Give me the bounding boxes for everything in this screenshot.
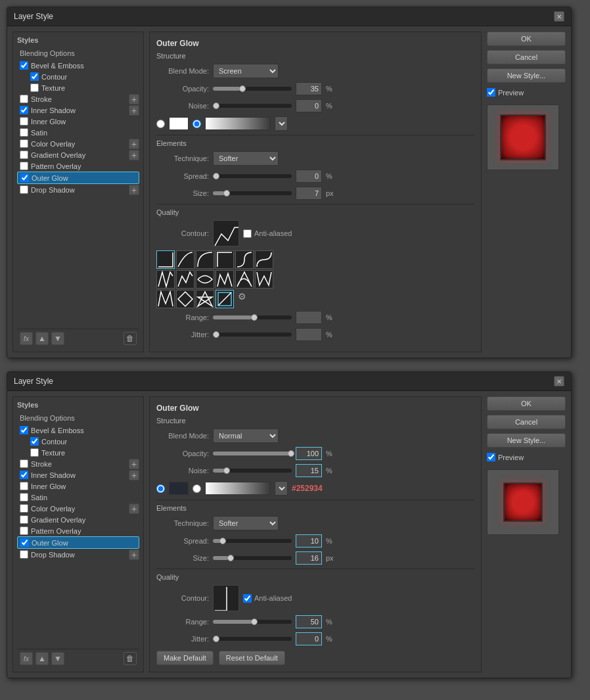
style-texture-1[interactable]: Texture [28,82,139,93]
jitter-slider-2[interactable] [213,637,292,641]
jitter-input-1[interactable] [296,328,322,341]
style-checkbox-gradient-overlay-1[interactable] [20,151,28,159]
new-style-button-1[interactable]: New Style... [487,68,566,83]
spread-input-1[interactable] [296,170,322,183]
style-pattern-overlay-1[interactable]: Pattern Overlay [17,160,139,172]
style-checkbox-satin-2[interactable] [20,493,28,502]
trash-button-1[interactable]: 🗑 [124,332,137,345]
plus-color-overlay-1[interactable]: + [129,139,139,149]
contour-thumb-6[interactable] [255,250,273,269]
make-default-button-2[interactable]: Make Default [156,651,214,665]
style-drop-shadow-2[interactable]: Drop Shadow + [17,549,139,560]
opacity-slider-1[interactable] [213,87,292,91]
style-color-overlay-2[interactable]: Color Overlay + [17,503,139,514]
plus-inner-shadow-2[interactable]: + [129,470,139,480]
style-checkbox-texture-2[interactable] [30,448,39,457]
style-pattern-overlay-2[interactable]: Pattern Overlay [17,525,139,536]
style-stroke-2[interactable]: Stroke + [17,458,139,469]
color-radio-gradient-1[interactable] [193,120,201,128]
plus-color-overlay-2[interactable]: + [129,503,139,514]
color-radio-solid-1[interactable] [156,120,165,128]
anti-alias-checkbox-1[interactable] [243,229,252,238]
close-button-2[interactable]: ✕ [554,376,564,386]
noise-input-1[interactable] [296,99,322,112]
noise-slider-1[interactable] [213,104,292,108]
color-radio-solid-2[interactable] [156,484,165,493]
style-color-overlay-1[interactable]: Color Overlay + [17,138,139,149]
blend-mode-select-2[interactable]: Normal Screen Multiply [213,429,279,443]
style-checkbox-outer-glow-1[interactable] [20,174,29,182]
contour-thumb-2[interactable] [176,250,194,269]
style-checkbox-color-overlay-1[interactable] [20,139,28,148]
style-checkbox-inner-shadow-2[interactable] [20,471,28,479]
gear-icon-1[interactable]: ⚙ [235,290,248,303]
blend-mode-select-1[interactable]: Screen Normal Multiply [213,64,279,78]
spread-slider-2[interactable] [213,539,292,543]
jitter-input-2[interactable] [296,632,322,645]
fx-button-2[interactable]: fx [20,652,33,665]
style-inner-shadow-1[interactable]: Inner Shadow + [17,105,139,116]
style-satin-1[interactable]: Satin [17,127,139,138]
style-texture-2[interactable]: Texture [28,447,139,458]
cancel-button-1[interactable]: Cancel [487,50,566,64]
opacity-input-1[interactable] [296,82,322,95]
technique-select-2[interactable]: Softer Precise [213,516,279,530]
move-up-button-1[interactable]: ▲ [35,332,49,345]
blending-options-label-2[interactable]: Blending Options [17,413,139,423]
ok-button-1[interactable]: OK [487,32,566,46]
plus-stroke-2[interactable]: + [129,459,139,469]
plus-inner-shadow-1[interactable]: + [129,105,139,116]
noise-input-2[interactable] [296,464,322,477]
style-checkbox-stroke-1[interactable] [20,95,28,103]
style-gradient-overlay-2[interactable]: Gradient Overlay [17,514,139,525]
contour-thumb-4[interactable] [216,250,234,269]
contour-thumb-5[interactable] [235,250,254,269]
contour-thumb-13[interactable] [156,290,175,308]
color-gradient-swatch-1[interactable] [205,117,271,130]
contour-thumb-14[interactable] [176,290,194,308]
style-checkbox-gradient-overlay-2[interactable] [20,515,28,524]
contour-thumb-15[interactable] [196,290,214,308]
style-checkbox-bevel-2[interactable] [20,426,28,434]
style-bevel-emboss-2[interactable]: Bevel & Emboss [17,425,139,436]
opacity-input-2[interactable] [296,447,322,460]
contour-thumb-9[interactable] [196,270,214,289]
style-checkbox-drop-shadow-2[interactable] [20,550,28,559]
color-gradient-swatch-2[interactable] [205,482,271,495]
style-checkbox-texture-1[interactable] [30,83,39,92]
trash-button-2[interactable]: 🗑 [124,652,137,665]
style-inner-shadow-2[interactable]: Inner Shadow + [17,469,139,480]
style-checkbox-drop-shadow-1[interactable] [20,185,28,194]
contour-thumb-12[interactable] [255,270,273,289]
style-outer-glow-2[interactable]: Outer Glow [17,536,139,549]
style-checkbox-pattern-overlay-1[interactable] [20,162,28,170]
style-checkbox-outer-glow-2[interactable] [20,538,29,547]
range-slider-1[interactable] [213,315,292,319]
plus-stroke-1[interactable]: + [129,94,139,105]
fx-button-1[interactable]: fx [20,332,33,345]
contour-display-1[interactable] [213,220,239,246]
move-down-button-1[interactable]: ▼ [51,332,64,345]
style-inner-glow-2[interactable]: Inner Glow [17,480,139,492]
move-down-button-2[interactable]: ▼ [51,652,64,665]
size-slider-2[interactable] [213,556,292,560]
style-inner-glow-1[interactable]: Inner Glow [17,116,139,127]
style-checkbox-contour-1[interactable] [30,72,39,81]
contour-thumb-3[interactable] [196,250,214,269]
contour-thumb-1[interactable] [156,250,175,269]
style-checkbox-inner-glow-2[interactable] [20,482,28,490]
noise-slider-2[interactable] [213,469,292,473]
style-checkbox-pattern-overlay-2[interactable] [20,526,28,535]
contour-thumb-11[interactable] [235,270,254,289]
style-drop-shadow-1[interactable]: Drop Shadow + [17,184,139,195]
style-checkbox-satin-1[interactable] [20,128,28,137]
new-style-button-2[interactable]: New Style... [487,433,566,448]
blending-options-label-1[interactable]: Blending Options [17,48,139,58]
contour-display-2[interactable] [213,585,239,611]
style-contour-1[interactable]: Contour [28,71,139,82]
style-contour-2[interactable]: Contour [28,436,139,447]
contour-thumb-10[interactable] [216,270,234,289]
style-checkbox-bevel-1[interactable] [20,61,28,70]
style-gradient-overlay-1[interactable]: Gradient Overlay + [17,149,139,160]
style-outer-glow-1[interactable]: Outer Glow [17,172,139,184]
